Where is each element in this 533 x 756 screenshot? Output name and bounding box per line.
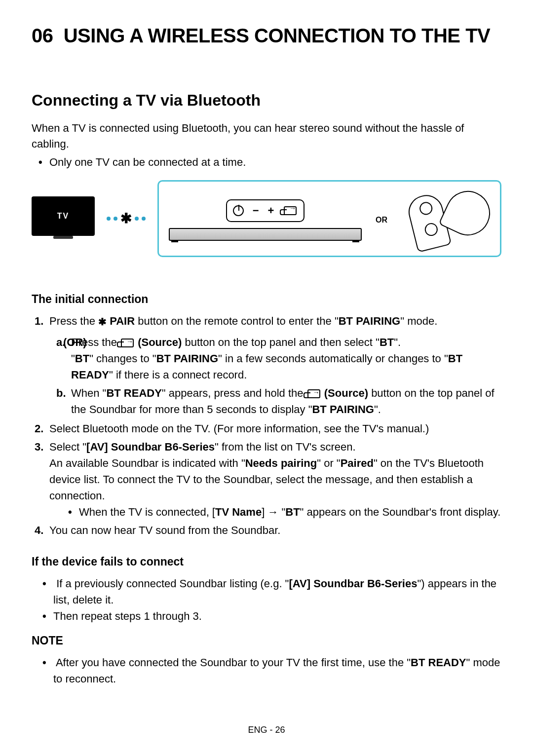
minus-icon: −	[253, 204, 259, 217]
step-3: 3.Select "[AV] Soundbar B6-Series" from …	[49, 439, 501, 520]
fails-section: If the device fails to connect If a prev…	[32, 555, 501, 624]
step-1a: a.Press the (Source) button on the top p…	[71, 334, 501, 383]
intro-bullet-list: Only one TV can be connected at a time.	[32, 154, 501, 170]
chapter-title-text: USING A WIRELESS CONNECTION TO THE TV	[64, 25, 491, 46]
source-icon	[121, 339, 134, 347]
remote-graphic	[401, 191, 490, 249]
note-item: After you have connected the Soundbar to…	[53, 654, 501, 687]
chapter-title: 06 USING A WIRELESS CONNECTION TO THE TV	[32, 25, 501, 47]
step-4: 4.You can now hear TV sound from the Sou…	[49, 522, 501, 538]
note-section: NOTE After you have connected the Soundb…	[32, 634, 501, 687]
note-heading: NOTE	[32, 634, 501, 647]
soundbar-options-box: − + OR	[157, 180, 501, 257]
fails-item-1: If a previously connected Soundbar listi…	[53, 575, 501, 608]
or-label-steps: (OR)	[63, 336, 87, 349]
top-panel-buttons: − +	[226, 199, 305, 222]
soundbar-top-panel-graphic: − +	[169, 199, 362, 241]
note-list: After you have connected the Soundbar to…	[32, 654, 501, 687]
section-title: Connecting a TV via Bluetooth	[32, 91, 501, 110]
step-1b: b.When "BT READY" appears, press and hol…	[71, 385, 501, 417]
power-icon	[233, 205, 244, 216]
initial-connection-heading: The initial connection	[32, 293, 501, 306]
or-label: OR	[376, 216, 387, 225]
step-3-bullet: When the TV is connected, [TV Name] → "B…	[79, 504, 501, 520]
chapter-number: 06	[32, 25, 53, 46]
bluetooth-icon: ✱	[98, 314, 107, 329]
step-2: 2.Select Bluetooth mode on the TV. (For …	[49, 420, 501, 437]
intro-paragraph: When a TV is connected using Bluetooth, …	[32, 120, 501, 152]
fails-item-2: Then repeat steps 1 through 3.	[53, 608, 501, 624]
connection-diagram: TV ✱ − + OR	[32, 180, 501, 257]
steps-list: 1.Press the ✱ PAIR button on the remote …	[32, 313, 501, 329]
page-footer: ENG - 26	[0, 725, 533, 735]
bluetooth-icon: ✱	[120, 210, 132, 227]
steps-list-cont: 2.Select Bluetooth mode on the TV. (For …	[32, 420, 501, 538]
plus-icon: +	[268, 204, 274, 217]
step-1: 1.Press the ✱ PAIR button on the remote …	[49, 313, 501, 329]
alt-steps-list: a.Press the (Source) button on the top p…	[32, 334, 501, 417]
intro-bullet-item: Only one TV can be connected at a time.	[49, 154, 501, 170]
source-icon	[284, 206, 297, 215]
fails-list: If a previously connected Soundbar listi…	[32, 575, 501, 624]
bluetooth-signal-icon: ✱	[107, 210, 146, 227]
source-icon	[307, 389, 320, 398]
soundbar-body-graphic	[169, 228, 362, 241]
fails-heading: If the device fails to connect	[32, 555, 501, 568]
tv-screen-label: TV	[32, 196, 95, 236]
initial-connection-section: The initial connection 1.Press the ✱ PAI…	[32, 293, 501, 538]
tv-graphic: TV	[32, 196, 95, 241]
